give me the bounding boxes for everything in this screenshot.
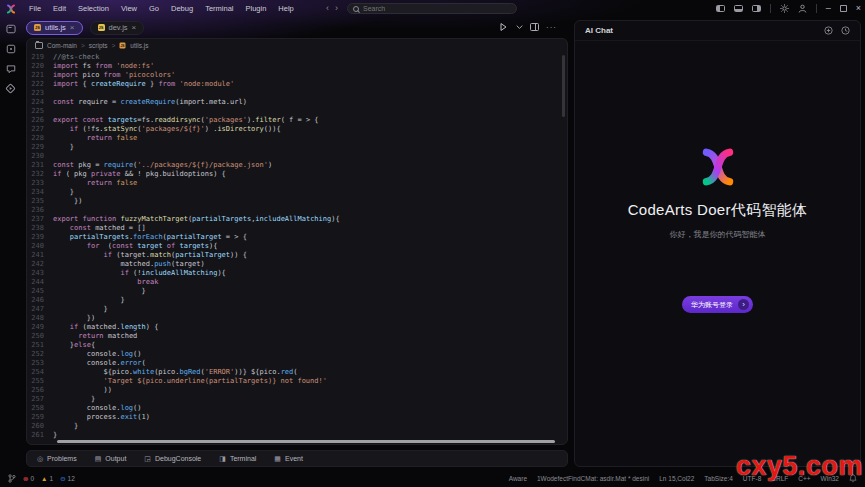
panel-tab-event[interactable]: ▦Event: [274, 455, 303, 463]
toggle-panel-icon[interactable]: [734, 5, 743, 12]
code-line[interactable]: 220import fs from 'node:fs': [27, 62, 567, 71]
code-line[interactable]: 236: [27, 206, 567, 215]
restore-icon[interactable]: [840, 5, 847, 12]
menu-item-debug[interactable]: Debug: [166, 2, 198, 15]
new-chat-icon[interactable]: [824, 26, 833, 35]
toggle-secondary-sidebar-icon[interactable]: [752, 5, 761, 12]
code-line[interactable]: 247 }: [27, 305, 567, 314]
code-line[interactable]: 241 if (target.match(partialTarget)) {: [27, 251, 567, 260]
status-item[interactable]: TabSize:4: [704, 475, 733, 482]
code-line[interactable]: 223: [27, 89, 567, 98]
menu-item-file[interactable]: File: [24, 2, 46, 15]
nav-forward-icon[interactable]: ›: [335, 3, 338, 13]
code-line[interactable]: 238 const matched = []: [27, 224, 567, 233]
menu-item-terminal[interactable]: Terminal: [200, 2, 238, 15]
code-line[interactable]: 228 return false: [27, 134, 567, 143]
code-line[interactable]: 259 process.exit(1): [27, 413, 567, 422]
huawei-login-button[interactable]: 华为账号登录 ›: [682, 296, 753, 313]
tab-close-icon[interactable]: ×: [132, 24, 137, 32]
status-item[interactable]: Ln 15,Col22: [659, 475, 694, 482]
code-line[interactable]: 254 ${pico.white(pico.bgRed('ERROR'))} $…: [27, 368, 567, 377]
code-line[interactable]: 245 }: [27, 287, 567, 296]
minimize-icon[interactable]: –: [826, 4, 831, 13]
code-line[interactable]: 219//@ts-check: [27, 53, 567, 62]
menu-item-edit[interactable]: Edit: [48, 2, 71, 15]
extensions-icon[interactable]: [5, 83, 16, 94]
menu-item-go[interactable]: Go: [144, 2, 164, 15]
menu-item-help[interactable]: Help: [273, 2, 298, 15]
panel-tab-terminal[interactable]: ◨Terminal: [219, 455, 256, 463]
breadcrumb-item[interactable]: Com-main: [47, 42, 77, 49]
breadcrumb-item[interactable]: scripts: [89, 42, 108, 49]
code-line[interactable]: 261}: [27, 431, 567, 440]
settings-gear-icon[interactable]: [780, 4, 789, 13]
code-line[interactable]: 229 }: [27, 143, 567, 152]
code-line[interactable]: 235 }): [27, 197, 567, 206]
split-editor-icon[interactable]: [530, 23, 539, 31]
menu-item-selection[interactable]: Selection: [73, 2, 114, 15]
panel-tab-output[interactable]: ▤Output: [95, 455, 127, 463]
code-line[interactable]: 227 if (!fs.statSync('packages/${f}') .i…: [27, 125, 567, 134]
code-line[interactable]: 244 break: [27, 278, 567, 287]
code-line[interactable]: 232if ( pkg private && ! pkg.buildoption…: [27, 170, 567, 179]
problems-warnings[interactable]: ▲1: [41, 475, 53, 482]
code-line[interactable]: 233 return false: [27, 179, 567, 188]
chat-icon[interactable]: [5, 63, 16, 74]
code-line[interactable]: 222import { createRequire } from 'node:m…: [27, 80, 567, 89]
problems-infos[interactable]: ⊙12: [60, 475, 75, 483]
run-debug-icon[interactable]: [498, 22, 509, 32]
history-clock-icon[interactable]: [841, 26, 850, 35]
code-line[interactable]: 246 }: [27, 296, 567, 305]
menu-item-view[interactable]: View: [116, 2, 142, 15]
menu-item-plugin[interactable]: Plugin: [240, 2, 271, 15]
code-line[interactable]: 255 'Target ${pico.underline(partialTarg…: [27, 377, 567, 386]
toggle-sidebar-icon[interactable]: [716, 5, 725, 12]
code-line[interactable]: 248 }): [27, 314, 567, 323]
breadcrumb[interactable]: Com-main>scripts>JSutils.js: [27, 39, 567, 52]
close-icon[interactable]: ×: [856, 4, 861, 13]
code-line[interactable]: 240 for (const target of targets){: [27, 242, 567, 251]
breadcrumb-item[interactable]: utils.js: [130, 42, 148, 49]
problems-errors[interactable]: ⊗0: [23, 475, 34, 483]
code-text: import fs from 'node:fs': [53, 62, 567, 71]
code-line[interactable]: 249 if (matched.length) {: [27, 323, 567, 332]
horizontal-scrollbar[interactable]: [57, 440, 555, 443]
code-line[interactable]: 251 }else{: [27, 341, 567, 350]
code-line[interactable]: 257 }: [27, 395, 567, 404]
code-line[interactable]: 224const require = createRequire(import.…: [27, 98, 567, 107]
code-line[interactable]: 237export function fuzzyMatchTarget(part…: [27, 215, 567, 224]
code-line[interactable]: 250 return matched: [27, 332, 567, 341]
notebook-icon[interactable]: [5, 43, 16, 54]
code-line[interactable]: 234 }: [27, 188, 567, 197]
panel-tab-problems[interactable]: ◎Problems: [37, 455, 77, 463]
code-line[interactable]: 226export const targets=fs.readdirsync('…: [27, 116, 567, 125]
explorer-icon[interactable]: [5, 23, 16, 34]
search-input[interactable]: [363, 5, 511, 12]
account-icon[interactable]: [798, 4, 807, 13]
tab-dev-js[interactable]: JS dev.js ×: [90, 21, 145, 35]
global-search[interactable]: [347, 3, 517, 14]
code-lines[interactable]: 219//@ts-check220import fs from 'node:fs…: [27, 53, 567, 444]
more-actions-icon[interactable]: ···: [546, 23, 557, 32]
nav-back-icon[interactable]: ‹: [326, 3, 329, 13]
code-line[interactable]: 242 matched.push(target): [27, 260, 567, 269]
chevron-down-icon[interactable]: [516, 24, 523, 30]
status-item[interactable]: 1WodefectFindCMat: asdir.Mat * desini: [537, 475, 649, 482]
code-line[interactable]: 256 )): [27, 386, 567, 395]
code-line[interactable]: 231const pkg = require('../packages/${f}…: [27, 161, 567, 170]
code-line[interactable]: 243 if (!includeAllMatching){: [27, 269, 567, 278]
code-line[interactable]: 260 }: [27, 422, 567, 431]
code-line[interactable]: 239 partialTargets.forEach(partialTarget…: [27, 233, 567, 242]
code-line[interactable]: 253 console.error(: [27, 359, 567, 368]
code-line[interactable]: 258 console.log(): [27, 404, 567, 413]
status-item[interactable]: Aware: [509, 475, 527, 482]
vertical-scrollbar[interactable]: [562, 55, 565, 117]
tab-utils-js[interactable]: JS utils.js ×: [26, 21, 83, 35]
code-line[interactable]: 252 console.log(): [27, 350, 567, 359]
code-line[interactable]: 225: [27, 107, 567, 116]
panel-tab-debugconsole[interactable]: ◲DebugConsole: [144, 455, 201, 463]
code-line[interactable]: 230: [27, 152, 567, 161]
branch-icon[interactable]: [8, 474, 16, 483]
code-line[interactable]: 221import pico from 'picocolors': [27, 71, 567, 80]
tab-close-icon[interactable]: ×: [70, 24, 75, 32]
